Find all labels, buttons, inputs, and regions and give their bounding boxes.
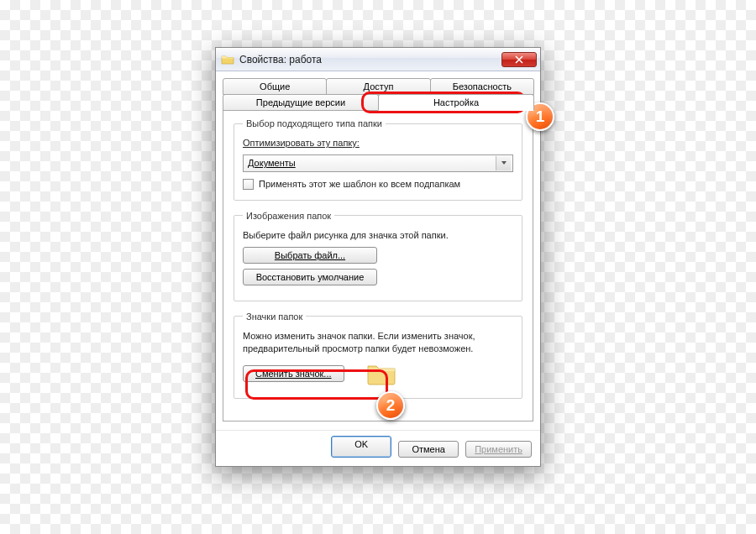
apply-button: Применить: [465, 441, 532, 458]
dialog-content: Общие Доступ Безопасность Предыдущие вер…: [216, 71, 540, 428]
group-folder-type-legend: Выбор подходящего типа папки: [243, 118, 386, 128]
dialog-button-row: OK Отмена Применить: [216, 430, 540, 466]
tab-previous-versions[interactable]: Предыдущие версии: [223, 94, 379, 111]
cancel-button[interactable]: Отмена: [398, 441, 459, 458]
tab-general[interactable]: Общие: [223, 78, 327, 95]
group-folder-type: Выбор подходящего типа папки Оптимизиров…: [234, 118, 522, 201]
folder-icons-desc: Можно изменить значок папки. Если измени…: [243, 330, 513, 355]
optimize-select-value: Документы: [248, 158, 296, 168]
group-folder-icons-legend: Значки папок: [243, 312, 306, 322]
group-folder-images-legend: Изображения папок: [243, 211, 334, 221]
group-folder-icons: Значки папок Можно изменить значок папки…: [234, 312, 522, 400]
tab-security[interactable]: Безопасность: [430, 78, 534, 95]
optimize-label: Оптимизировать эту папку:: [243, 137, 513, 149]
apply-subfolders-row: Применять этот же шаблон ко всем подпапк…: [243, 179, 513, 190]
group-folder-images: Изображения папок Выберите файл рисунка …: [234, 211, 522, 301]
annotation-badge-2: 2: [376, 391, 405, 420]
folder-images-desc: Выберите файл рисунка для значка этой па…: [243, 229, 513, 242]
ok-button[interactable]: OK: [331, 436, 391, 458]
titlebar[interactable]: Свойства: работа: [216, 48, 540, 71]
chevron-down-icon: [496, 156, 511, 170]
choose-file-button[interactable]: Выбрать файл...: [243, 247, 377, 264]
folder-preview-icon: [365, 359, 398, 388]
tab-strip: Общие Доступ Безопасность Предыдущие вер…: [223, 78, 533, 421]
tab-customize[interactable]: Настройка: [378, 94, 534, 111]
tab-body: Выбор подходящего типа папки Оптимизиров…: [223, 110, 533, 421]
apply-subfolders-checkbox[interactable]: [243, 179, 254, 190]
change-icon-button[interactable]: Сменить значок...: [243, 365, 344, 382]
optimize-select[interactable]: Документы: [243, 154, 513, 172]
folder-icon: [221, 53, 234, 66]
apply-subfolders-label: Применять этот же шаблон ко всем подпапк…: [259, 179, 460, 189]
tab-sharing[interactable]: Доступ: [326, 78, 430, 95]
close-button[interactable]: [501, 52, 537, 67]
window-title: Свойства: работа: [239, 54, 496, 65]
restore-default-button[interactable]: Восстановить умолчание: [243, 269, 377, 285]
